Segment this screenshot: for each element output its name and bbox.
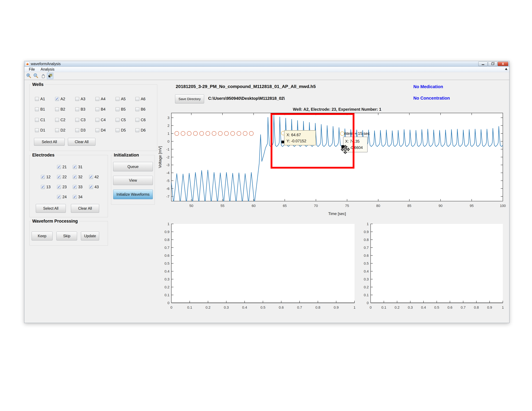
svg-text:Well: A2, Electrode: 23, Exper: Well: A2, Electrode: 23, Experiment Numb… bbox=[293, 107, 381, 112]
wells-clear-all-button[interactable]: Clear All bbox=[68, 138, 95, 146]
well-label-A4: A4 bbox=[101, 97, 105, 101]
electrode-item-23: 23 bbox=[57, 185, 67, 189]
svg-text:55: 55 bbox=[220, 204, 224, 208]
loaded-filename: 20181205_3-29_PM_No_compound_M112818_01_… bbox=[176, 84, 316, 89]
well-checkbox-D6[interactable] bbox=[135, 128, 139, 132]
data-cursor-icon[interactable] bbox=[47, 73, 53, 79]
svg-text:0.7: 0.7 bbox=[164, 246, 170, 250]
electrode-label-21: 21 bbox=[62, 165, 67, 169]
svg-text:X: 64.67: X: 64.67 bbox=[286, 133, 301, 137]
well-checkbox-B5[interactable] bbox=[116, 107, 119, 111]
electrode-checkbox-33[interactable] bbox=[73, 185, 77, 189]
electrode-item-22: 22 bbox=[57, 175, 67, 179]
well-label-C2: C2 bbox=[60, 118, 66, 122]
initialize-waveforms-button[interactable]: Initialize Waveforms bbox=[113, 189, 153, 199]
skip-button[interactable]: Skip bbox=[57, 232, 77, 241]
electrode-checkbox-42[interactable] bbox=[89, 175, 93, 179]
well-checkbox-A3[interactable] bbox=[75, 97, 79, 101]
svg-text:0.3: 0.3 bbox=[224, 305, 229, 309]
keep-button[interactable]: Keep bbox=[32, 232, 53, 241]
well-checkbox-C2[interactable] bbox=[55, 118, 59, 122]
electrode-item-24: 24 bbox=[57, 195, 67, 199]
menu-file[interactable]: File bbox=[26, 67, 38, 72]
svg-text:90: 90 bbox=[438, 204, 442, 208]
electrode-item-31: 31 bbox=[73, 165, 83, 169]
well-checkbox-B3[interactable] bbox=[75, 107, 79, 111]
update-button[interactable]: Update bbox=[81, 232, 99, 241]
well-checkbox-D3[interactable] bbox=[75, 128, 79, 132]
zoom-in-icon[interactable] bbox=[26, 73, 32, 79]
well-item-A5: A5 bbox=[116, 97, 126, 101]
electrode-item-21: 21 bbox=[57, 165, 67, 169]
svg-text:0.5: 0.5 bbox=[364, 262, 369, 265]
well-label-C3: C3 bbox=[81, 118, 86, 122]
well-label-C4: C4 bbox=[101, 118, 106, 122]
well-checkbox-D4[interactable] bbox=[95, 128, 99, 132]
electrode-checkbox-34[interactable] bbox=[73, 195, 77, 199]
well-checkbox-D5[interactable] bbox=[116, 128, 119, 132]
zoom-out-icon[interactable] bbox=[33, 73, 39, 79]
well-label-D3: D3 bbox=[81, 128, 86, 132]
electrode-checkbox-24[interactable] bbox=[57, 195, 61, 199]
well-label-C6: C6 bbox=[141, 118, 146, 122]
well-checkbox-B1[interactable] bbox=[35, 107, 39, 111]
well-checkbox-C4[interactable] bbox=[95, 118, 99, 122]
wells-select-all-button[interactable]: Select All bbox=[34, 138, 65, 146]
well-checkbox-A6[interactable] bbox=[135, 97, 139, 101]
electrode-checkbox-22[interactable] bbox=[57, 175, 61, 179]
well-checkbox-C6[interactable] bbox=[135, 118, 139, 122]
menu-overflow-icon[interactable] bbox=[505, 68, 508, 71]
well-item-A2: A2 bbox=[55, 97, 65, 101]
svg-text:0.2: 0.2 bbox=[364, 285, 369, 289]
svg-text:0.5: 0.5 bbox=[434, 305, 439, 309]
electrode-item-42: 42 bbox=[89, 175, 99, 179]
well-checkbox-A1[interactable] bbox=[35, 97, 39, 101]
well-checkbox-D1[interactable] bbox=[35, 128, 39, 132]
svg-text:0.7: 0.7 bbox=[461, 305, 466, 309]
toolbar bbox=[24, 72, 509, 80]
well-checkbox-C5[interactable] bbox=[116, 118, 119, 122]
well-checkbox-B6[interactable] bbox=[135, 107, 139, 111]
svg-text:0.8: 0.8 bbox=[315, 305, 321, 309]
window-title: waveformAnalysis bbox=[31, 62, 61, 66]
title-bar[interactable]: waveformAnalysis X bbox=[24, 61, 509, 67]
well-item-A6: A6 bbox=[135, 97, 145, 101]
electrode-checkbox-13[interactable] bbox=[41, 185, 45, 189]
well-checkbox-A4[interactable] bbox=[95, 97, 99, 101]
svg-text:Y: -0.07152: Y: -0.07152 bbox=[286, 139, 306, 143]
electrode-checkbox-31[interactable] bbox=[73, 165, 77, 169]
well-checkbox-B2[interactable] bbox=[55, 107, 59, 111]
svg-text:65: 65 bbox=[283, 204, 287, 208]
close-button[interactable]: X bbox=[498, 62, 508, 66]
pan-hand-icon[interactable] bbox=[40, 73, 46, 79]
save-directory-button[interactable]: Save Directory bbox=[175, 94, 204, 103]
electrodes-select-all-button[interactable]: Select All bbox=[36, 204, 66, 213]
queue-button[interactable]: Queue bbox=[113, 162, 153, 171]
well-item-C5: C5 bbox=[116, 118, 126, 122]
well-checkbox-C3[interactable] bbox=[75, 118, 79, 122]
restore-button[interactable] bbox=[488, 62, 497, 66]
well-checkbox-D2[interactable] bbox=[55, 128, 59, 132]
well-label-B6: B6 bbox=[141, 107, 145, 112]
svg-text:95: 95 bbox=[470, 204, 474, 208]
well-label-D2: D2 bbox=[60, 128, 66, 132]
view-button[interactable]: View bbox=[113, 176, 153, 185]
electrode-checkbox-12[interactable] bbox=[41, 175, 45, 179]
well-item-B6: B6 bbox=[135, 107, 145, 112]
svg-text:3: 3 bbox=[168, 116, 170, 120]
minimize-button[interactable] bbox=[478, 62, 488, 66]
electrodes-clear-all-button[interactable]: Clear All bbox=[71, 204, 99, 213]
well-checkbox-A2[interactable] bbox=[55, 97, 59, 101]
electrode-checkbox-32[interactable] bbox=[73, 175, 77, 179]
well-checkbox-B4[interactable] bbox=[95, 107, 99, 111]
well-checkbox-A5[interactable] bbox=[116, 97, 119, 101]
well-checkbox-C1[interactable] bbox=[35, 118, 39, 122]
svg-text:1: 1 bbox=[168, 222, 170, 226]
menu-analysis[interactable]: Analysis bbox=[38, 67, 57, 72]
electrode-label-33: 33 bbox=[78, 185, 83, 189]
well-item-C4: C4 bbox=[95, 118, 106, 122]
well-item-B1: B1 bbox=[35, 107, 45, 112]
electrode-checkbox-43[interactable] bbox=[89, 185, 93, 189]
electrode-checkbox-21[interactable] bbox=[57, 165, 61, 169]
electrode-checkbox-23[interactable] bbox=[57, 185, 61, 189]
